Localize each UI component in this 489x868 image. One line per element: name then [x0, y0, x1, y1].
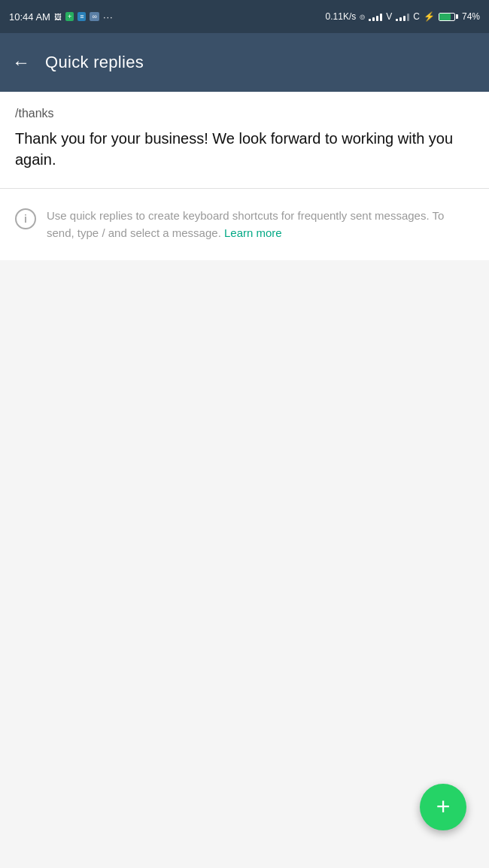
bar1 [369, 19, 371, 21]
add-quick-reply-button[interactable]: + [420, 784, 466, 830]
signal-bars-1 [369, 12, 382, 21]
reply-message: Thank you for your business! We look for… [15, 128, 474, 170]
add-icon: + [436, 794, 451, 818]
status-icon-2: + [65, 12, 74, 21]
battery-tip [456, 14, 458, 19]
wifi-icon: ⌾ [360, 11, 365, 22]
info-text: Use quick replies to create keyboard sho… [47, 207, 474, 242]
bar1b [396, 19, 398, 21]
bar2b [399, 17, 402, 21]
status-icon-1: 🖼 [54, 13, 62, 21]
status-time: 10:44 AM [9, 11, 50, 23]
status-right: 0.11K/s ⌾ V C ⚡ 74% [326, 11, 480, 22]
carrier-1: V [386, 11, 392, 22]
network-speed: 0.11K/s [326, 11, 357, 22]
battery-fill [439, 14, 451, 20]
carrier-2: C [413, 11, 420, 22]
battery-icon [439, 13, 458, 21]
info-icon: i [15, 208, 36, 229]
status-dots: ··· [103, 11, 114, 23]
status-icon-4: ∞ [90, 12, 99, 21]
app-bar: ← Quick replies [0, 33, 489, 92]
learn-more-link[interactable]: Learn more [224, 226, 282, 239]
page-title: Quick replies [45, 53, 144, 72]
signal-bars-2 [396, 12, 409, 21]
info-section: i Use quick replies to create keyboard s… [0, 189, 489, 260]
empty-space [0, 260, 489, 727]
battery-percent: 74% [462, 11, 480, 22]
bar3 [376, 16, 378, 21]
status-icon-3: ≡ [77, 12, 86, 21]
back-button[interactable]: ← [12, 53, 30, 71]
shortcut-label: /thanks [15, 107, 474, 120]
bar2 [372, 17, 375, 21]
info-icon-letter: i [24, 213, 27, 225]
status-bar: 10:44 AM 🖼 + ≡ ∞ ··· 0.11K/s ⌾ V C ⚡ [0, 0, 489, 33]
bar4 [380, 14, 382, 21]
bar3b [403, 16, 405, 21]
status-left: 10:44 AM 🖼 + ≡ ∞ ··· [9, 11, 114, 23]
quick-reply-item[interactable]: /thanks Thank you for your business! We … [0, 92, 489, 189]
bar4b [407, 14, 409, 21]
battery-body [439, 13, 455, 21]
lightning-icon: ⚡ [424, 11, 435, 22]
